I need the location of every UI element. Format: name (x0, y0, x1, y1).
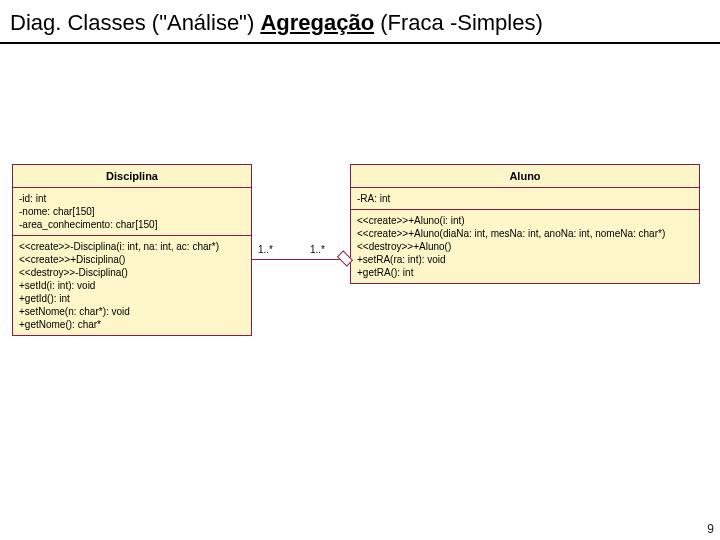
title-prefix: Diag. Classes ("Análise") (10, 10, 260, 35)
page-title: Diag. Classes ("Análise") Agregação (Fra… (0, 0, 720, 44)
class-attributes: -id: int -nome: char[150] -area_conhecim… (13, 188, 251, 236)
class-name: Disciplina (13, 165, 251, 188)
page-number: 9 (707, 522, 714, 536)
multiplicity-left: 1..* (258, 244, 273, 255)
class-operations: <<create>>-Disciplina(i: int, na: int, a… (13, 236, 251, 335)
class-name: Aluno (351, 165, 699, 188)
class-disciplina: Disciplina -id: int -nome: char[150] -ar… (12, 164, 252, 336)
aggregation-line (252, 259, 350, 260)
class-aluno: Aluno -RA: int <<create>>+Aluno(i: int) … (350, 164, 700, 284)
title-suffix: (Fraca -Simples) (374, 10, 543, 35)
class-operations: <<create>>+Aluno(i: int) <<create>>+Alun… (351, 210, 699, 283)
multiplicity-right: 1..* (310, 244, 325, 255)
class-attributes: -RA: int (351, 188, 699, 210)
title-aggregation-word: Agregação (260, 10, 374, 35)
diagram-canvas: Disciplina -id: int -nome: char[150] -ar… (0, 44, 720, 534)
